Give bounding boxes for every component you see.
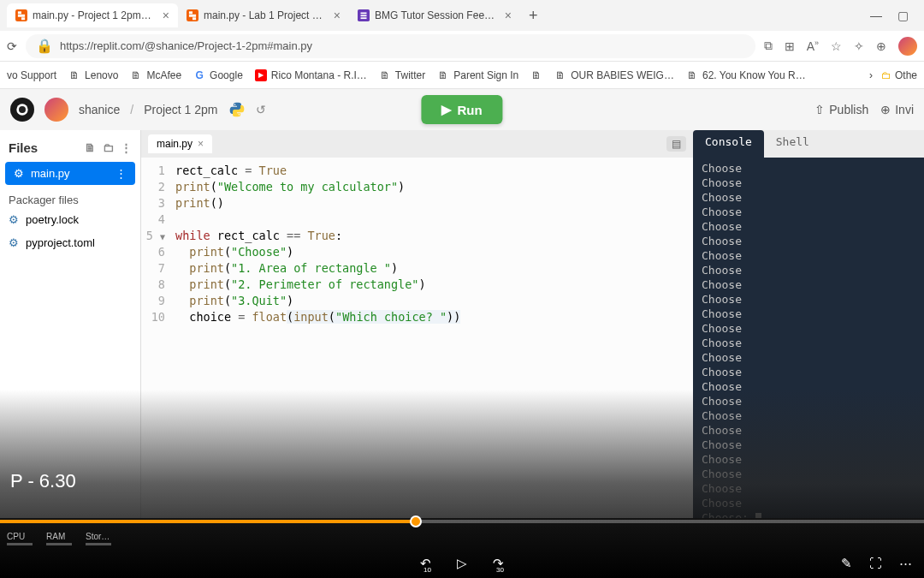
- bookmark-mcafee[interactable]: 🗎McAfee: [130, 69, 181, 81]
- video-timestamp: P - 6.30: [10, 470, 76, 492]
- browser-tab-sheets[interactable]: BMG Tutor Session Feedback Fc ×: [349, 3, 520, 27]
- tab-label: main.py - Lab 1 Project 1 5:00p…: [204, 9, 325, 21]
- bookmark-lenovo[interactable]: 🗎Lenovo: [68, 69, 118, 81]
- url-text: https://replit.com/@shanice/Project-1-2p…: [60, 39, 312, 52]
- more-icon[interactable]: ⋯: [899, 556, 912, 571]
- files-menu-icon[interactable]: ⋮: [121, 141, 132, 154]
- bookmark-empty[interactable]: 🗎: [530, 69, 542, 81]
- scrub-handle[interactable]: [410, 515, 422, 527]
- new-folder-icon[interactable]: 🗀: [103, 141, 114, 154]
- video-controls-right: ✎ ⛶ ⋯: [841, 556, 912, 571]
- run-button[interactable]: ▶ Run: [421, 95, 502, 124]
- publish-button[interactable]: ⇧ Publish: [814, 103, 868, 116]
- video-controls: ↶10 ▷ ↷30: [0, 556, 924, 571]
- svg-rect-11: [361, 17, 367, 19]
- address-bar: ⟳ 🔒 https://replit.com/@shanice/Project-…: [0, 31, 924, 62]
- tab-label: BMG Tutor Session Feedback Fc: [375, 9, 496, 21]
- apps-icon[interactable]: ⊞: [785, 39, 795, 53]
- close-icon[interactable]: ×: [334, 9, 341, 22]
- bookmark-bar: vo Support 🗎Lenovo 🗎McAfee GGoogle ▶Rico…: [0, 62, 924, 89]
- bookmark-62[interactable]: 🗎62. You Know You R…: [686, 69, 806, 81]
- close-icon[interactable]: ×: [198, 138, 204, 150]
- bookmark-twitter[interactable]: 🗎Twitter: [379, 69, 425, 81]
- close-icon[interactable]: ×: [163, 9, 169, 22]
- fold-icon[interactable]: ▼: [160, 232, 165, 241]
- files-sidebar: Files 🗎 🗀 ⋮ ⚙ main.py ⋮ Packager files ⚙…: [0, 130, 141, 518]
- line-gutter: 1 2 3 4 5 ▼ 6 7 8 9 10: [141, 158, 172, 518]
- replit-icon: [15, 9, 27, 21]
- user-avatar[interactable]: [44, 98, 68, 122]
- breadcrumb-user[interactable]: shanice: [79, 103, 120, 116]
- text-size-icon[interactable]: A»: [807, 39, 819, 53]
- python-file-icon: ⚙: [9, 213, 19, 226]
- files-title: Files: [9, 140, 38, 155]
- lock-icon: 🔒: [36, 38, 53, 54]
- file-item-main[interactable]: ⚙ main.py ⋮: [5, 162, 135, 185]
- bookmark-vosupport[interactable]: vo Support: [7, 69, 56, 81]
- browser-tab-replit-2[interactable]: main.py - Lab 1 Project 1 5:00p… ×: [178, 3, 349, 27]
- code-content: rect_calc = True print("Welcome to my ca…: [172, 158, 460, 518]
- bookmark-babies[interactable]: 🗎OUR BABIES WEIG…: [554, 69, 674, 81]
- maximize-icon[interactable]: ▢: [897, 9, 909, 22]
- svg-rect-2: [18, 15, 25, 17]
- play-icon[interactable]: ▷: [457, 556, 467, 571]
- file-item-pyproject[interactable]: ⚙ pyproject.toml: [0, 231, 140, 254]
- new-tab-button[interactable]: +: [520, 7, 547, 25]
- tab-console[interactable]: Console: [693, 130, 764, 158]
- editor-tab-main[interactable]: main.py ×: [148, 134, 212, 153]
- editor-pane: main.py × ▤ 1 2 3 4 5 ▼ 6 7 8 9 10 rect_…: [141, 130, 693, 518]
- skip-back-icon[interactable]: ↶10: [420, 556, 431, 571]
- new-file-icon[interactable]: 🗎: [85, 141, 96, 154]
- video-scrubber[interactable]: [0, 520, 924, 523]
- favorite-icon[interactable]: ☆: [831, 39, 842, 53]
- svg-rect-7: [192, 17, 196, 20]
- python-icon: [228, 101, 246, 118]
- svg-point-13: [19, 106, 26, 113]
- svg-rect-5: [189, 11, 192, 14]
- url-input[interactable]: 🔒 https://replit.com/@shanice/Project-1-…: [26, 34, 755, 58]
- svg-rect-9: [361, 13, 367, 15]
- profile-avatar[interactable]: [898, 37, 917, 56]
- replit-header: shanice / Project 1 2pm ↺ ▶ Run ⇧ Publis…: [0, 89, 924, 130]
- history-icon[interactable]: ↺: [256, 103, 266, 116]
- resource-stats: CPU RAM Stor…: [7, 532, 111, 545]
- fullscreen-icon[interactable]: ⛶: [869, 556, 882, 571]
- collections-icon[interactable]: ✧: [854, 39, 864, 53]
- copy-icon[interactable]: ⧉: [764, 39, 773, 53]
- svg-rect-6: [189, 15, 196, 17]
- code-editor[interactable]: 1 2 3 4 5 ▼ 6 7 8 9 10 rect_calc = True …: [141, 158, 693, 518]
- replit-logo[interactable]: [10, 98, 34, 122]
- edit-icon[interactable]: ✎: [841, 556, 852, 571]
- bookmark-other-folder[interactable]: 🗀Othe: [881, 69, 917, 81]
- skip-forward-icon[interactable]: ↷30: [493, 556, 504, 571]
- play-icon: ▶: [441, 102, 452, 117]
- packager-section-label: Packager files: [0, 187, 140, 208]
- minimize-icon[interactable]: —: [870, 9, 882, 22]
- console-pane: Console Shell ChooseChooseChoose ChooseC…: [693, 130, 924, 518]
- file-menu-icon[interactable]: ⋮: [116, 167, 127, 180]
- svg-rect-3: [21, 17, 25, 20]
- bookmark-overflow-icon[interactable]: ›: [869, 69, 873, 81]
- browser-tab-replit-1[interactable]: main.py - Project 1 2pm - Replit ×: [7, 3, 178, 27]
- console-output[interactable]: ChooseChooseChoose ChooseChooseChoose Ch…: [693, 158, 924, 518]
- tab-label: main.py - Project 1 2pm - Replit: [33, 9, 154, 21]
- browser-tab-bar: main.py - Project 1 2pm - Replit × main.…: [0, 0, 924, 31]
- svg-rect-1: [18, 11, 21, 14]
- refresh-icon[interactable]: ⟳: [7, 39, 17, 53]
- file-item-poetry[interactable]: ⚙ poetry.lock: [0, 208, 140, 231]
- replit-icon: [187, 9, 198, 21]
- breadcrumb-sep: /: [130, 103, 133, 116]
- pane-layout-icon[interactable]: ▤: [666, 136, 686, 152]
- close-icon[interactable]: ×: [505, 9, 512, 22]
- python-file-icon: ⚙: [14, 167, 24, 180]
- bookmark-youtube[interactable]: ▶Rico Montana - R.I…: [255, 69, 367, 81]
- svg-rect-10: [361, 15, 367, 16]
- extensions-icon[interactable]: ⊕: [876, 39, 886, 53]
- invite-button[interactable]: ⊕ Invi: [880, 103, 914, 116]
- breadcrumb-project[interactable]: Project 1 2pm: [144, 103, 217, 116]
- bookmark-parentsignin[interactable]: 🗎Parent Sign In: [437, 69, 518, 81]
- tab-shell[interactable]: Shell: [764, 130, 821, 158]
- bookmark-google[interactable]: GGoogle: [193, 69, 243, 81]
- python-file-icon: ⚙: [9, 236, 19, 249]
- sheets-icon: [358, 9, 370, 21]
